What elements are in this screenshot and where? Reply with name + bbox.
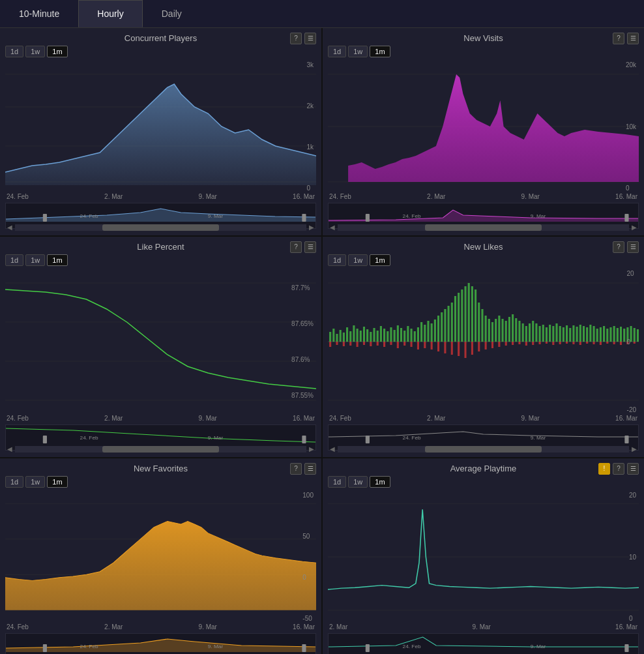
svg-rect-122 (357, 342, 359, 347)
time-1w-concurrent[interactable]: 1w (25, 46, 45, 57)
svg-rect-60 (444, 309, 446, 342)
scroll-left-newlikes[interactable]: ◀ (330, 445, 335, 453)
svg-rect-161 (620, 342, 622, 345)
scroll-concurrent[interactable]: ◀ ▶ (6, 224, 315, 231)
scroll-right-newlikes[interactable]: ▶ (632, 445, 637, 453)
svg-rect-98 (572, 325, 574, 342)
svg-rect-99 (576, 327, 578, 342)
menu-icon-favs[interactable]: ☰ (304, 463, 316, 475)
svg-rect-173 (302, 644, 306, 652)
menu-icon-concurrent[interactable]: ☰ (304, 33, 316, 44)
svg-rect-20 (302, 436, 306, 443)
menu-icon-newlikes[interactable]: ☰ (627, 241, 639, 253)
time-1m-likepct[interactable]: 1m (47, 254, 67, 266)
time-1w-newlikes[interactable]: 1w (348, 254, 368, 266)
help-icon-playtime[interactable]: ? (613, 463, 624, 475)
svg-rect-68 (471, 286, 473, 342)
svg-rect-163 (634, 342, 636, 344)
svg-rect-141 (485, 342, 487, 349)
scroll-right-likepct[interactable]: ▶ (309, 445, 314, 453)
svg-rect-63 (454, 296, 456, 342)
svg-rect-61 (448, 306, 450, 342)
time-buttons-playtime: 1d 1w 1m (328, 476, 639, 488)
svg-rect-65 (461, 290, 463, 342)
svg-rect-164 (366, 436, 370, 443)
x-labels-concurrent: 24. Feb2. Mar9. Mar16. Mar (5, 193, 316, 200)
time-1m-concurrent[interactable]: 1m (47, 46, 67, 57)
svg-text:24. Feb: 24. Feb (403, 435, 421, 441)
svg-rect-126 (383, 342, 385, 347)
time-1w-likepct[interactable]: 1w (25, 254, 45, 266)
menu-icon-likepct[interactable]: ☰ (304, 241, 316, 253)
scroll-right-concurrent[interactable]: ▶ (309, 224, 314, 231)
svg-rect-78 (505, 321, 507, 342)
svg-rect-137 (458, 342, 460, 356)
panel-new-visits: New Visits ? ☰ 1d 1w 1m (323, 28, 644, 235)
svg-rect-49 (407, 326, 409, 342)
svg-text:24. Feb: 24. Feb (80, 644, 98, 649)
x-labels-likepct: 24. Feb2. Mar9. Mar16. Mar (5, 415, 316, 422)
scroll-left-newvisits[interactable]: ◀ (330, 224, 335, 231)
scroll-newlikes[interactable]: ◀ ▶ (329, 445, 638, 453)
time-1m-newlikes[interactable]: 1m (370, 254, 390, 266)
panel-title-concurrent: Concurrent Players (124, 33, 197, 43)
panel-icons-newvisits: ? ☰ (613, 33, 639, 44)
svg-rect-94 (559, 326, 561, 342)
time-1d-playtime[interactable]: 1d (328, 476, 346, 488)
time-1m-newvisits[interactable]: 1m (370, 46, 390, 57)
svg-rect-33 (353, 325, 355, 342)
scroll-likepct[interactable]: ◀ ▶ (6, 445, 315, 453)
time-1d-likepct[interactable]: 1d (5, 254, 23, 266)
help-icon-favs[interactable]: ? (290, 463, 302, 475)
svg-rect-130 (411, 342, 413, 347)
time-1d-favs[interactable]: 1d (5, 476, 23, 488)
svg-rect-121 (349, 342, 351, 346)
time-1d-newvisits[interactable]: 1d (328, 46, 346, 57)
svg-rect-85 (529, 323, 531, 342)
svg-rect-128 (397, 342, 399, 348)
time-1d-concurrent[interactable]: 1d (5, 46, 23, 57)
scroll-left-concurrent[interactable]: ◀ (7, 224, 12, 231)
help-icon-likepct[interactable]: ? (290, 241, 302, 253)
time-1d-newlikes[interactable]: 1d (328, 254, 346, 266)
svg-rect-153 (566, 342, 568, 344)
scroll-newvisits[interactable]: ◀ ▶ (329, 224, 638, 231)
time-1m-playtime[interactable]: 1m (370, 476, 390, 488)
help-icon-newvisits[interactable]: ? (613, 33, 624, 44)
svg-rect-160 (613, 342, 615, 344)
scroll-right-newvisits[interactable]: ▶ (632, 224, 637, 231)
svg-rect-95 (563, 327, 564, 342)
time-1w-playtime[interactable]: 1w (348, 476, 368, 488)
chart-area-newvisits: 20k10k0 (328, 61, 639, 192)
menu-icon-playtime[interactable]: ☰ (627, 463, 639, 475)
tab-daily[interactable]: Daily (143, 0, 201, 27)
tab-10min[interactable]: 10-Minute (0, 0, 78, 27)
svg-rect-172 (43, 644, 47, 652)
svg-rect-119 (336, 342, 338, 345)
warn-icon-playtime[interactable]: ! (598, 463, 610, 475)
chart-area-concurrent: 3k2k1k0 (5, 61, 316, 192)
svg-text:24. Feb: 24. Feb (403, 213, 421, 219)
time-1m-favs[interactable]: 1m (47, 476, 67, 488)
svg-rect-154 (572, 342, 574, 344)
panel-icons-newlikes: ? ☰ (613, 241, 639, 253)
svg-rect-97 (569, 328, 571, 342)
svg-rect-156 (586, 342, 588, 344)
svg-rect-54 (424, 325, 426, 342)
scroll-left-likepct[interactable]: ◀ (7, 445, 12, 453)
panel-header-likepct: Like Percent ? ☰ (5, 242, 316, 252)
svg-rect-83 (522, 323, 524, 342)
svg-rect-91 (549, 325, 551, 342)
chart-area-newlikes: 200-20 (328, 270, 639, 413)
time-1w-favs[interactable]: 1w (25, 476, 45, 488)
menu-icon-newvisits[interactable]: ☰ (627, 33, 639, 44)
tab-hourly[interactable]: Hourly (78, 0, 142, 27)
help-icon-newlikes[interactable]: ? (613, 241, 624, 253)
svg-rect-158 (600, 342, 602, 345)
svg-rect-69 (475, 290, 476, 342)
svg-rect-143 (498, 342, 500, 347)
help-icon-concurrent[interactable]: ? (290, 33, 302, 44)
svg-rect-140 (478, 342, 480, 351)
time-1w-newvisits[interactable]: 1w (348, 46, 368, 57)
svg-rect-134 (437, 342, 439, 351)
